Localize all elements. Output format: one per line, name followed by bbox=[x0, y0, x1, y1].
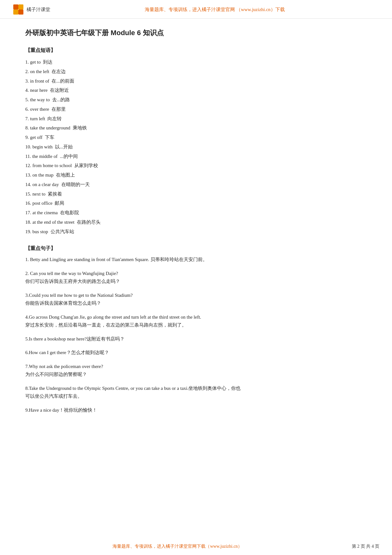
list-item: 17. at the cinema 在电影院 bbox=[25, 208, 367, 218]
page-title: 外研版初中英语七年级下册 Module 6 知识点 bbox=[25, 28, 367, 38]
sentence-item-2: 2. Can you tell me the way to Wangfujing… bbox=[25, 270, 367, 286]
list-item: 7. turn left 向左转 bbox=[25, 114, 367, 124]
phrase-list: 1. get to 到达 2. on the left 在左边 3. in fr… bbox=[25, 58, 367, 236]
page-header: 橘子汁课堂 海量题库、专项训练，进入橘子汁课堂官网 （www.juzizhi.c… bbox=[0, 0, 392, 19]
svg-rect-3 bbox=[18, 9, 23, 15]
logo-area: 橘子汁课堂 bbox=[13, 4, 50, 15]
list-item: 6. over there 在那里 bbox=[25, 105, 367, 114]
list-item: 18. at the end of the street 在路的尽头 bbox=[25, 218, 367, 227]
sentence-item-8: 8.Take the Underground to the Olympic Sp… bbox=[25, 384, 367, 401]
phrases-section: 【重点短语】 1. get to 到达 2. on the left 在左边 3… bbox=[25, 47, 367, 236]
list-item: 10. begin with 以...开始 bbox=[25, 142, 367, 152]
list-item: 3. in front of 在...的前面 bbox=[25, 77, 367, 86]
sentence-item-4: 4.Go across Dong Chang'an Jie, go along … bbox=[25, 313, 367, 329]
list-item: 2. on the left 在左边 bbox=[25, 67, 367, 77]
list-item: 11. the middle of ...的中间 bbox=[25, 152, 367, 161]
header-slogan: 海量题库、专项训练，进入橘子汁课堂官网 （www.juzizhi.cn）下载 bbox=[50, 7, 379, 13]
phrases-section-title: 【重点短语】 bbox=[25, 47, 367, 54]
sentence-item-1: 1. Betty and Lingling are standing in fr… bbox=[25, 256, 367, 264]
sentence-item-3: 3.Could you tell me how to get to the Na… bbox=[25, 291, 367, 308]
sentence-item-9: 9.Have a nice day！祝你玩的愉快！ bbox=[25, 406, 367, 415]
sentence-item-7: 7.Why not ask the policeman over there? … bbox=[25, 363, 367, 379]
list-item: 5. the way to 去...的路 bbox=[25, 95, 367, 105]
sentence-item-6: 6.How can I get there？怎么才能到达呢？ bbox=[25, 349, 367, 357]
list-item: 4. near here 在这附近 bbox=[25, 86, 367, 95]
sentence-item-5: 5.Is there a bookshop near here?这附近有书店吗？ bbox=[25, 335, 367, 343]
logo-icon bbox=[13, 4, 24, 15]
list-item: 12. from home to school 从家到学校 bbox=[25, 161, 367, 171]
page-footer: 海量题库、专项训练，进入橘子汁课堂官网下载（www.juzizhi.cn） 第 … bbox=[0, 544, 392, 549]
list-item: 19. bus stop 公共汽车站 bbox=[25, 227, 367, 237]
svg-rect-2 bbox=[13, 9, 18, 15]
list-item: 14. on a clear day 在晴朗的一天 bbox=[25, 180, 367, 190]
sentences-section: 【重点句子】 1. Betty and Lingling are standin… bbox=[25, 245, 367, 414]
list-item: 8. take the underground 乘地铁 bbox=[25, 123, 367, 133]
logo-text: 橘子汁课堂 bbox=[27, 7, 50, 13]
list-item: 9. get off 下车 bbox=[25, 133, 367, 142]
sentences-section-title: 【重点句子】 bbox=[25, 245, 367, 252]
svg-rect-1 bbox=[18, 4, 23, 9]
list-item: 13. on the map 在地图上 bbox=[25, 171, 367, 180]
footer-page-info: 第 2 页 共 4 页 bbox=[352, 544, 380, 549]
main-content: 外研版初中英语七年级下册 Module 6 知识点 【重点短语】 1. get … bbox=[0, 19, 392, 439]
list-item: 1. get to 到达 bbox=[25, 58, 367, 67]
list-item: 15. next to 紧挨着 bbox=[25, 190, 367, 199]
list-item: 16. post office 邮局 bbox=[25, 199, 367, 208]
svg-rect-0 bbox=[13, 4, 18, 9]
footer-slogan: 海量题库、专项训练，进入橘子汁课堂官网下载（www.juzizhi.cn） bbox=[13, 544, 342, 549]
